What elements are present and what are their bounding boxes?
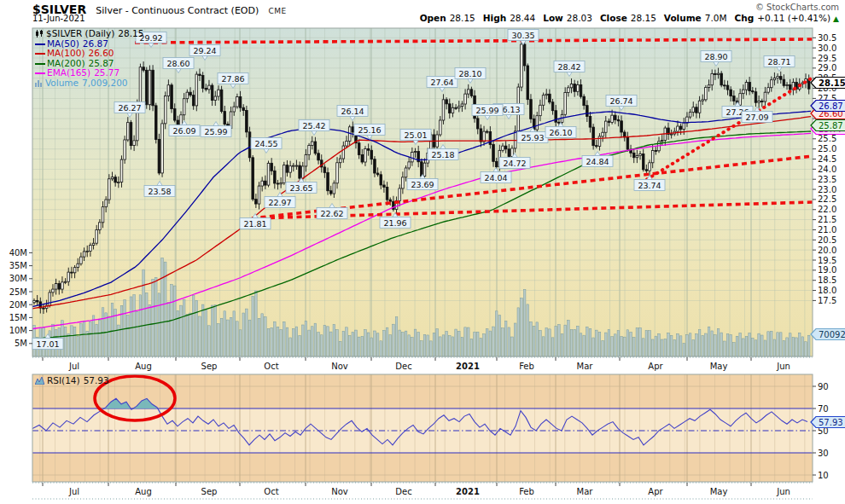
- ema165-label: EMA(165): [47, 67, 90, 78]
- legend-volume-row[interactable]: Volume7,009,200: [35, 78, 143, 89]
- rsi-axis: 907050301057.93: [811, 382, 845, 480]
- callout-text: 17.01: [36, 339, 59, 349]
- volume-tick-label: 15M: [9, 313, 27, 322]
- ma100-line-swatch: [35, 53, 45, 55]
- chart-date: 11-Jun-2021: [32, 14, 85, 23]
- callout-text: 28.60: [166, 59, 189, 68]
- rsi-month-axis: JulAugSepOctNovDec2021FebMarAprMayJun: [32, 483, 813, 496]
- callout-text: 26.74: [609, 96, 632, 106]
- price-tick-label: 24.0: [818, 165, 836, 174]
- callout-text: 25.99: [204, 127, 227, 136]
- month-label-Aug: Aug: [135, 487, 152, 496]
- quote-chg-value: +0.11 (+0.41%): [757, 13, 830, 23]
- volume-bars-icon: [35, 79, 43, 90]
- ma50-value: 26.87: [83, 38, 108, 49]
- month-label-Dec: Dec: [395, 487, 411, 496]
- month-label-Apr: Apr: [648, 487, 663, 496]
- volume-tick-label: 20M: [9, 300, 27, 310]
- callout-text: 24.72: [503, 159, 526, 168]
- month-label-Oct: Oct: [264, 487, 278, 496]
- price-tag-28.15-text: 28.15: [819, 78, 845, 88]
- callout-text: 26.27: [118, 103, 141, 113]
- volume-axis: 40M35M30M25M20M15M10M5M: [9, 248, 32, 348]
- month-label-Feb: Feb: [519, 362, 534, 371]
- callout-text: 26.10: [549, 128, 572, 137]
- price-tick-label: 19.5: [818, 256, 836, 265]
- ma100-label: MA(100): [47, 48, 84, 58]
- volume-tick-label: 35M: [9, 261, 27, 270]
- callout-text: 25.93: [521, 133, 544, 142]
- month-label-May: May: [710, 362, 728, 371]
- callout-text: 27.09: [745, 113, 768, 122]
- rsi-tick-label: 10: [818, 471, 829, 480]
- ma200-label: MA(200): [47, 58, 84, 68]
- callout-text: 25.99: [475, 106, 498, 115]
- callout-text: 28.42: [557, 62, 580, 72]
- quote-high-value: 28.44: [510, 13, 535, 23]
- callout-text: 25.18: [431, 150, 454, 159]
- callout-text: 23.74: [638, 181, 661, 190]
- price-tick-label: 18.5: [818, 275, 836, 285]
- callout-text: 29.24: [193, 46, 216, 55]
- month-label-Mar: Mar: [577, 487, 594, 496]
- volume-value: 7,009,200: [82, 78, 127, 88]
- rsi-tick-label: 70: [818, 404, 829, 414]
- quote-volume-value: 7.0M: [705, 13, 727, 23]
- month-label-Jul: Jul: [68, 487, 79, 496]
- callout-text: 30.35: [511, 31, 534, 40]
- price-tick-label: 17.5: [818, 296, 836, 305]
- legend-symbol-label: $SILVER (Daily): [46, 28, 114, 38]
- main-legend: $SILVER (Daily)28.15 MA(50)26.87 MA(100)…: [35, 29, 143, 88]
- price-tick-label: 30.0: [818, 43, 836, 53]
- rsi-label: RSI(14): [47, 375, 80, 385]
- price-tick-label: 22.0: [818, 205, 836, 214]
- price-tick-label: 30.5: [818, 33, 836, 43]
- callout-text: 25.42: [302, 121, 325, 130]
- callout-text: 23.65: [289, 183, 312, 193]
- callout-text: 27.64: [430, 78, 453, 87]
- quote-low-value: 28.03: [567, 13, 592, 23]
- month-label-Apr: Apr: [648, 362, 663, 371]
- volume-tick-label: 30M: [9, 274, 27, 283]
- callout-text: 21.81: [243, 219, 266, 229]
- rsi-legend[interactable]: RSI(14)57.93: [35, 375, 109, 386]
- price-tick-label: 25.0: [818, 144, 836, 154]
- month-label-Sep: Sep: [201, 362, 218, 371]
- volume-tag-text: 7009200: [819, 330, 845, 339]
- callout-text: 28.71: [767, 57, 790, 67]
- ma200-line-swatch: [35, 63, 45, 65]
- ema165-value: 25.77: [94, 67, 119, 78]
- quote-bar: Open28.15High28.44Low28.03Close28.15Volu…: [412, 13, 839, 23]
- rsi-value-tag-text: 57.93: [819, 418, 843, 427]
- price-tick-label: 25.5: [818, 134, 836, 143]
- month-label-Nov: Nov: [331, 362, 348, 371]
- ma50-label: MA(50): [47, 38, 79, 49]
- month-label-Sep: Sep: [201, 487, 218, 496]
- callout-text: 27.86: [221, 74, 244, 84]
- ma200-value: 25.87: [88, 58, 114, 68]
- quote-low-label: Low: [543, 13, 563, 23]
- volume-tick-label: 10M: [9, 326, 27, 335]
- volume-tick-label: 40M: [9, 248, 27, 258]
- month-label-Feb: Feb: [519, 487, 534, 496]
- rsi-panel: [32, 374, 813, 482]
- price-tick-label: 21.5: [818, 215, 836, 224]
- quote-close-label: Close: [600, 13, 627, 23]
- candlestick-style-icon: [35, 30, 44, 40]
- month-label-2021: 2021: [456, 362, 480, 371]
- callout-text: 23.69: [411, 180, 434, 189]
- main-month-axis: JulAugSepOctNovDec2021FebMarAprMayJun: [32, 357, 813, 371]
- price-tick-label: 20.5: [818, 235, 836, 245]
- price-axis: 17.518.018.519.019.520.020.521.021.522.0…: [813, 33, 836, 305]
- month-label-Dec: Dec: [395, 362, 411, 371]
- price-tick-label: 29.5: [818, 54, 836, 63]
- month-label-Jun: Jun: [776, 362, 790, 371]
- rsi-tick-label: 90: [818, 382, 829, 391]
- callout-text: 22.62: [320, 209, 343, 218]
- quote-open-value: 28.15: [450, 13, 475, 23]
- price-tick-label: 19.0: [818, 265, 836, 275]
- month-label-May: May: [710, 487, 728, 496]
- callout-text: 21.96: [383, 218, 406, 228]
- price-tick-label: 24.5: [818, 154, 836, 164]
- callout-text: 24.04: [484, 173, 507, 182]
